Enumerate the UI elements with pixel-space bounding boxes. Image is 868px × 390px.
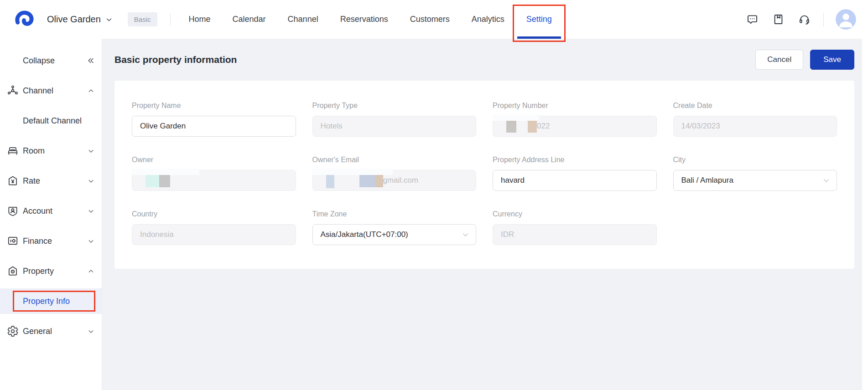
nav-item-setting-label: Setting: [526, 15, 552, 24]
redaction-block: [159, 174, 170, 187]
input-value: havard: [501, 176, 525, 185]
field-label: Owner: [132, 156, 296, 164]
select-value: Asia/Jakarta(UTC+07:00): [321, 230, 408, 239]
save-button[interactable]: Save: [810, 50, 854, 70]
collapse-chevrons-icon: [87, 56, 95, 65]
chat-icon[interactable]: [746, 13, 759, 26]
page-actions: Cancel Save: [755, 50, 854, 70]
field-owner-email: Owner's Email gmail.com: [312, 156, 477, 191]
chevron-down-icon: [87, 237, 95, 245]
chevron-down-icon: [105, 15, 113, 24]
sidebar-collapse[interactable]: Collapse: [0, 48, 102, 73]
property-icon: [7, 265, 19, 277]
input-value: gmail.com: [383, 176, 418, 185]
chevron-down-icon: [87, 327, 95, 335]
navbar-divider: [170, 13, 171, 26]
redaction-patch: [493, 114, 539, 121]
nav-item-calendar[interactable]: Calendar: [222, 0, 277, 39]
field-label: Currency: [493, 210, 657, 218]
sidebar-item-label: Channel: [23, 86, 87, 96]
property-switcher[interactable]: Olive Garden: [47, 14, 113, 25]
main-content: Basic property information Cancel Save P…: [102, 39, 868, 390]
field-label: Country: [132, 210, 296, 218]
sidebar-item-label: Property: [23, 267, 87, 276]
sidebar-item-account[interactable]: Account: [0, 198, 102, 224]
page-title: Basic property information: [114, 54, 237, 65]
field-property-number: Property Number 022: [493, 102, 657, 137]
redaction-block: [359, 174, 375, 187]
country-input: Indonesia: [132, 224, 296, 245]
channel-icon: [7, 85, 19, 97]
chevron-up-icon: [87, 87, 95, 95]
sidebar-item-room[interactable]: Room: [0, 138, 102, 164]
input-value: Indonesia: [140, 230, 174, 239]
main-nav: Home Calendar Channel Reservations Custo…: [178, 0, 563, 39]
sidebar-item-label: Default Channel: [23, 116, 95, 126]
sidebar-item-rate[interactable]: Rate: [0, 168, 102, 194]
time-zone-select[interactable]: Asia/Jakarta(UTC+07:00): [312, 224, 477, 245]
sidebar-item-label: Property Info: [23, 297, 95, 306]
create-date-input: 14/03/2023: [673, 116, 837, 137]
account-icon: [7, 205, 19, 217]
field-label: Time Zone: [312, 210, 477, 218]
input-value: 14/03/2023: [681, 122, 720, 131]
cancel-button[interactable]: Cancel: [755, 50, 803, 70]
field-country: Country Indonesia: [132, 210, 296, 245]
input-value: Hotels: [321, 122, 343, 131]
app-logo-icon: [14, 9, 35, 30]
redaction-patch: [312, 169, 393, 175]
input-value: IDR: [501, 230, 514, 239]
sidebar-item-finance[interactable]: Finance: [0, 228, 102, 254]
field-property-type: Property Type Hotels: [312, 102, 477, 137]
room-icon: [7, 145, 19, 157]
field-label: Property Name: [132, 102, 296, 110]
chevron-down-icon: [87, 177, 95, 185]
nav-item-setting[interactable]: Setting: [515, 0, 563, 39]
empty-cell: [673, 210, 837, 245]
headset-icon[interactable]: [798, 13, 811, 26]
property-address-input[interactable]: havard: [493, 170, 657, 191]
page-header: Basic property information Cancel Save: [102, 39, 868, 81]
field-currency: Currency IDR: [493, 210, 657, 245]
active-tab-underline: [517, 36, 561, 39]
sidebar-item-channel[interactable]: Channel: [0, 78, 102, 103]
owner-input: [132, 170, 296, 191]
avatar[interactable]: [836, 9, 856, 30]
general-gear-icon: [7, 325, 19, 337]
sidebar-item-default-channel[interactable]: Default Channel: [0, 108, 102, 133]
city-select[interactable]: Bali / Amlapura: [673, 170, 837, 191]
field-create-date: Create Date 14/03/2023: [673, 102, 837, 137]
top-navbar: Olive Garden Basic Home Calendar Channel…: [0, 0, 868, 39]
field-time-zone: Time Zone Asia/Jakarta(UTC+07:00): [312, 210, 477, 245]
field-label: Owner's Email: [312, 156, 477, 164]
input-value: 022: [537, 122, 550, 131]
field-label: City: [673, 156, 837, 164]
sidebar-item-label: Rate: [23, 176, 87, 186]
sidebar-item-property[interactable]: Property: [0, 258, 102, 284]
select-value: Bali / Amlapura: [681, 176, 733, 185]
sidebar-item-general[interactable]: General: [0, 318, 102, 344]
collapse-label: Collapse: [23, 56, 87, 66]
redaction-block: [146, 174, 159, 187]
currency-input: IDR: [493, 224, 657, 245]
nav-item-home[interactable]: Home: [178, 0, 222, 39]
input-value: Olive Garden: [140, 122, 186, 131]
sidebar-item-label: Room: [23, 146, 87, 156]
finance-icon: [7, 235, 19, 247]
bookmark-icon[interactable]: [772, 13, 785, 26]
field-property-name: Property Name Olive Garden: [132, 102, 296, 137]
nav-item-reservations[interactable]: Reservations: [329, 0, 399, 39]
navbar-right-group: [733, 9, 856, 30]
sidebar-item-label: Finance: [23, 236, 87, 246]
nav-item-analytics[interactable]: Analytics: [461, 0, 515, 39]
property-switcher-label: Olive Garden: [47, 14, 101, 25]
property-name-input[interactable]: Olive Garden: [132, 116, 296, 137]
field-label: Property Type: [312, 102, 477, 110]
rate-icon: [7, 175, 19, 187]
sidebar-item-property-info[interactable]: Property Info: [0, 288, 102, 314]
sidebar-item-label: Account: [23, 206, 87, 216]
redaction-block: [506, 120, 516, 133]
scrollbar-track[interactable]: [862, 39, 868, 390]
nav-item-channel[interactable]: Channel: [277, 0, 329, 39]
nav-item-customers[interactable]: Customers: [399, 0, 461, 39]
